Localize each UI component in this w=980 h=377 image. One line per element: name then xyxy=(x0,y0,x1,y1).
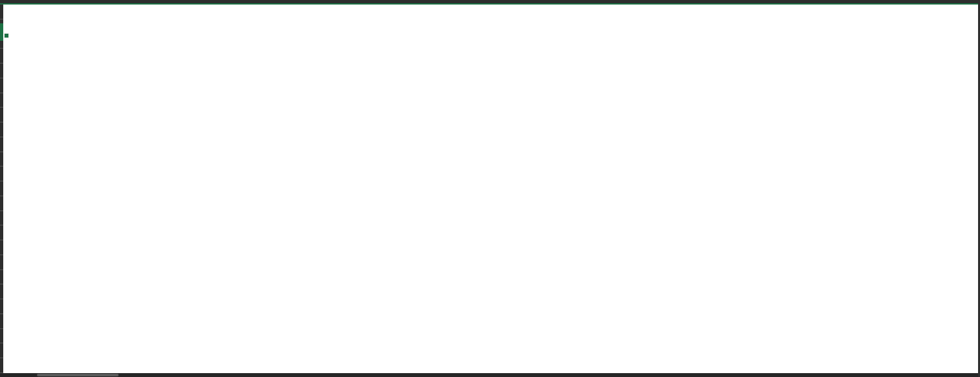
selection-column-highlight xyxy=(0,3,980,5)
selection-fill-handle[interactable] xyxy=(4,33,9,38)
row-numbers-strip xyxy=(0,5,3,373)
bottom-bar xyxy=(0,373,980,377)
horizontal-scrollbar-thumb[interactable] xyxy=(37,374,119,376)
selection-row-highlight xyxy=(0,23,3,41)
spreadsheet-viewport xyxy=(0,0,980,377)
